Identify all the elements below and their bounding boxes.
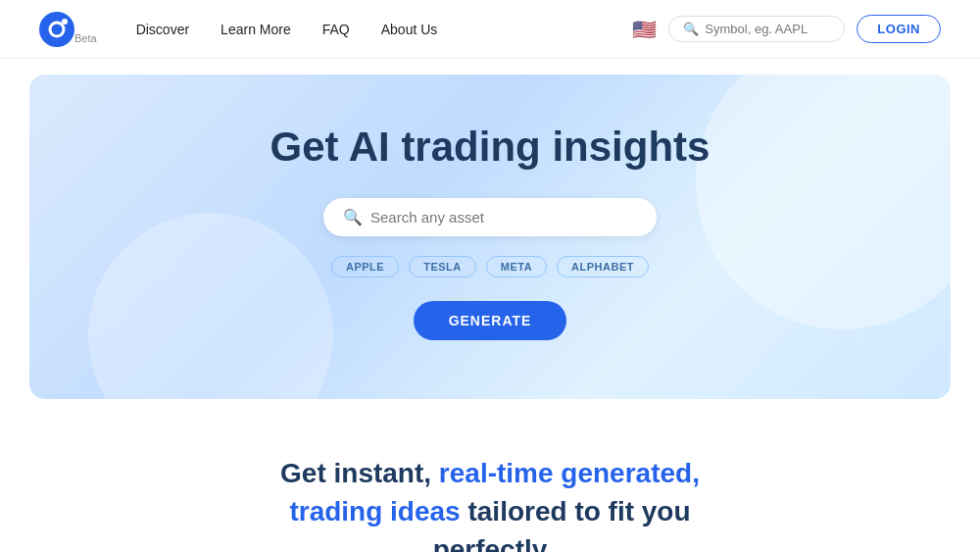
header-search-input[interactable] [705,22,832,36]
hero-search-icon: 🔍 [343,208,363,226]
asset-tags-group: APPLE TESLA META ALPHABET [49,256,931,277]
hero-title: Get AI trading insights [49,124,931,171]
language-flag-icon[interactable]: 🇺🇸 [632,18,657,41]
lower-title: Get instant, real-time generated, tradin… [245,454,735,552]
svg-point-0 [39,12,74,47]
nav-item-learn-more[interactable]: Learn More [220,22,291,37]
svg-point-2 [62,19,68,25]
generate-button[interactable]: GENERATE [414,301,567,340]
lower-title-part1: Get instant, [280,458,439,488]
logo-area[interactable]: Beta [39,12,97,47]
main-nav: Discover Learn More FAQ About Us [136,22,633,37]
login-button[interactable]: LOGIN [857,15,941,43]
lower-title-part2: tailored to fit you perfectly [433,496,691,552]
lower-section: Get instant, real-time generated, tradin… [0,415,980,552]
nav-item-about-us[interactable]: About Us [381,22,438,37]
logo-beta-label: Beta [74,32,97,44]
hero-section: Get AI trading insights 🔍 APPLE TESLA ME… [29,75,951,399]
hero-search-input[interactable] [370,209,637,226]
hero-search-bar[interactable]: 🔍 [323,198,657,236]
asset-tag-apple[interactable]: APPLE [331,256,399,277]
header-right: 🇺🇸 🔍 LOGIN [632,15,941,43]
logo-icon [39,12,74,47]
header-search-icon: 🔍 [683,22,699,36]
asset-tag-alphabet[interactable]: ALPHABET [557,256,649,277]
asset-tag-tesla[interactable]: TESLA [409,256,476,277]
header-search-bar[interactable]: 🔍 [668,16,845,42]
header: Beta Discover Learn More FAQ About Us 🇺🇸… [0,0,980,59]
nav-item-discover[interactable]: Discover [136,22,189,37]
asset-tag-meta[interactable]: META [486,256,547,277]
nav-item-faq[interactable]: FAQ [322,22,350,37]
